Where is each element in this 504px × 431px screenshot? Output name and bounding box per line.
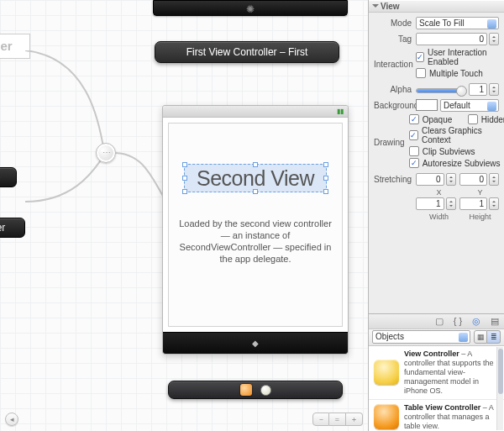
title-label-text: Second View	[197, 166, 314, 190]
tab-item-icon: ◆	[252, 339, 259, 348]
zoom-controls: － = ＋	[312, 413, 363, 426]
first-scene-bottom-bar: ✺	[153, 0, 348, 16]
stretch-y-field[interactable]: 0	[459, 173, 488, 186]
first-scene-label[interactable]: First View Controller – First	[155, 41, 339, 63]
y-sublabel: Y	[461, 188, 499, 197]
library-item-icon	[374, 404, 399, 429]
stretch-h-field[interactable]: 1	[459, 197, 488, 210]
scene-status-bar: ▮▮	[163, 106, 348, 118]
scene-tab-bar: ◆	[163, 332, 348, 354]
clears-text: Clears Graphics Context	[422, 126, 504, 145]
stretching-label: Stretching	[374, 175, 416, 184]
alpha-label: Alpha	[374, 85, 416, 94]
zoom-in-button[interactable]: ＋	[346, 413, 363, 426]
list-view-button[interactable]: ≣	[487, 330, 501, 344]
opaque-checkbox[interactable]	[409, 114, 419, 124]
alpha-stepper[interactable]	[489, 83, 499, 96]
background-color-well[interactable]	[416, 99, 438, 111]
zoom-out-button[interactable]: －	[312, 413, 329, 426]
selected-title-label[interactable]: Second View	[184, 164, 327, 192]
multiple-touch-text: Multiple Touch	[429, 69, 483, 78]
stretch-x-stepper[interactable]	[446, 173, 456, 186]
stretch-w-field[interactable]: 1	[416, 197, 444, 210]
stretch-w-stepper[interactable]	[446, 197, 456, 210]
hidden-text: Hidden	[481, 115, 504, 124]
clip-text: Clip Subviews	[423, 147, 475, 156]
view-section-header[interactable]: View	[369, 0, 504, 13]
offscreen-tab1: ⎈	[0, 167, 17, 187]
library-item-text: View Controller – A controller that supp…	[404, 350, 499, 396]
stretch-y-stepper[interactable]	[489, 173, 499, 186]
background-label: Background	[374, 101, 416, 110]
outline-toggle-button[interactable]: ◂	[5, 413, 18, 426]
alpha-slider[interactable]	[416, 88, 465, 93]
tag-field[interactable]: 0	[416, 33, 487, 45]
library-tab-bar: ▢ { } ◎ ▤	[369, 313, 504, 329]
clip-checkbox[interactable]	[409, 146, 419, 156]
hidden-checkbox[interactable]	[468, 114, 478, 124]
mode-label: Mode	[374, 18, 416, 28]
drawing-label: Drawing	[374, 138, 409, 147]
zoom-fit-button[interactable]: =	[329, 413, 346, 426]
inspector-panel: View Mode Scale To Fill Tag 0 Interactio…	[368, 0, 504, 431]
alpha-field[interactable]: 1	[469, 83, 487, 96]
height-sublabel: Height	[461, 213, 499, 221]
offscreen-tab2: ler	[0, 218, 25, 238]
tag-label: Tag	[374, 34, 416, 44]
media-library-icon[interactable]: ▤	[489, 315, 501, 327]
library-scope-select[interactable]: Objects	[372, 330, 470, 344]
stretch-h-stepper[interactable]	[489, 197, 499, 210]
autoresize-checkbox[interactable]	[409, 158, 419, 168]
first-responder-proxy-icon[interactable]	[240, 384, 252, 396]
code-snippet-icon[interactable]: { }	[452, 315, 464, 327]
interaction-label: Interaction	[374, 60, 416, 69]
segue-relationship-icon[interactable]: ⋯	[96, 143, 116, 163]
opaque-text: Opaque	[423, 115, 468, 124]
object-library-icon[interactable]: ◎	[470, 315, 482, 327]
body-label[interactable]: Loaded by the second view controller — a…	[179, 218, 332, 265]
second-scene[interactable]: ▮▮ Second View Loaded by the second view…	[162, 105, 349, 355]
grid-view-button[interactable]: ▦	[474, 330, 487, 344]
tag-stepper[interactable]	[489, 33, 499, 45]
width-sublabel: Width	[420, 213, 458, 221]
background-select[interactable]: Default	[440, 99, 499, 112]
file-template-icon[interactable]: ▢	[433, 315, 445, 327]
scene-view[interactable]: Second View Loaded by the second view co…	[163, 118, 348, 332]
user-interaction-text: User Interaction Enabled	[428, 48, 499, 66]
first-responder-icon: ✺	[246, 3, 255, 15]
clears-checkbox[interactable]	[409, 130, 418, 140]
library-item-icon	[374, 360, 399, 385]
mode-select[interactable]: Scale To Fill	[416, 17, 499, 29]
library-item[interactable]: View Controller – A controller that supp…	[369, 346, 504, 400]
scene-dock[interactable]	[168, 381, 343, 399]
user-interaction-checkbox[interactable]	[416, 52, 424, 62]
object-library-list[interactable]: View Controller – A controller that supp…	[369, 345, 504, 432]
multiple-touch-checkbox[interactable]	[416, 68, 426, 78]
autoresize-text: Autoresize Subviews	[423, 159, 501, 168]
battery-icon: ▮▮	[337, 108, 344, 115]
exit-proxy-icon[interactable]	[260, 385, 271, 396]
x-sublabel: X	[420, 188, 458, 197]
library-item-text: Table View Controller – A controller tha…	[404, 403, 499, 431]
library-scrollbar[interactable]	[496, 347, 503, 431]
library-view-mode: ▦ ≣	[474, 330, 501, 344]
library-item[interactable]: Table View Controller – A controller tha…	[369, 400, 504, 432]
stretch-x-field[interactable]: 0	[416, 173, 444, 186]
storyboard-canvas[interactable]: oller ✺ First View Controller – First ⎈ …	[0, 0, 368, 431]
